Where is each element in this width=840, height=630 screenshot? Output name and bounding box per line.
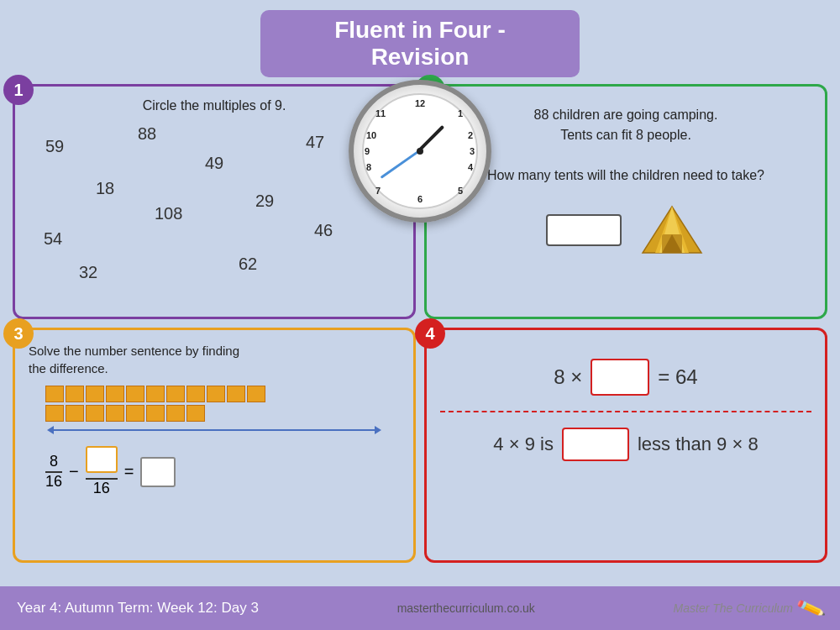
fraction-equation: 8 16 − 16 = — [45, 446, 400, 497]
badge-3: 3 — [3, 318, 34, 349]
arrow-line — [54, 429, 375, 431]
minus-sign: − — [69, 462, 79, 481]
equals-sign: = — [124, 462, 134, 481]
num-49: 49 — [205, 154, 223, 173]
minute-hand — [381, 150, 420, 179]
clock-2: 2 — [468, 130, 473, 140]
fraction-2: 16 — [86, 446, 118, 497]
clock-5: 5 — [458, 186, 463, 196]
num-29: 29 — [255, 192, 274, 211]
num-54: 54 — [44, 229, 62, 249]
clock-4: 4 — [468, 162, 473, 172]
q3-result-box[interactable] — [140, 457, 176, 487]
quadrant-3: 3 Solve the number sentence by finding t… — [13, 328, 416, 563]
arrow-right — [375, 426, 381, 434]
clock-3: 3 — [470, 146, 475, 156]
q4-top-answer-box[interactable] — [591, 359, 649, 396]
num-32: 32 — [79, 263, 97, 282]
tent-icon — [638, 202, 706, 257]
badge-1: 1 — [3, 75, 34, 105]
arrow-left — [47, 426, 54, 434]
fraction-1: 8 16 — [45, 453, 62, 491]
clock-6: 6 — [417, 194, 423, 204]
quadrant-4: 4 8 × = 64 4 × 9 is less than 9 × 8 — [424, 328, 827, 563]
q2-instruction: 88 children are going camping. Tents can… — [440, 105, 811, 186]
num-108: 108 — [155, 204, 182, 223]
fraction-bar-bottom — [45, 405, 383, 422]
q4-top-left: 8 × — [554, 365, 582, 389]
clock-12: 12 — [415, 98, 425, 108]
num-46: 46 — [314, 221, 333, 240]
num-59: 59 — [45, 137, 64, 156]
fraction-bar-top — [45, 386, 383, 402]
clock-8: 8 — [366, 162, 371, 172]
q4-divider — [440, 411, 811, 412]
q3-numerator-box[interactable] — [86, 446, 118, 473]
q3-instruction: Solve the number sentence by finding the… — [29, 342, 247, 377]
q2-answer-row — [440, 202, 811, 257]
footer-center: masterthecurriculum.co.uk — [397, 601, 535, 615]
clock: 12 1 2 3 4 5 6 7 8 9 10 11 — [349, 80, 491, 223]
q4-bottom-equation: 4 × 9 is less than 9 × 8 — [440, 428, 811, 461]
num-47: 47 — [306, 133, 324, 152]
q4-top-right: = 64 — [658, 365, 697, 389]
page-title: Fluent in Four - Revision — [286, 17, 554, 71]
num-88: 88 — [138, 124, 156, 144]
q4-bottom-answer-box[interactable] — [562, 428, 629, 461]
clock-7: 7 — [375, 186, 381, 196]
title-bar: Fluent in Four - Revision — [260, 10, 580, 77]
badge-4: 4 — [415, 318, 445, 349]
footer-left: Year 4: Autumn Term: Week 12: Day 3 — [17, 600, 259, 617]
clock-center — [417, 148, 423, 155]
q2-answer-box[interactable] — [546, 214, 622, 246]
clock-inner: 12 1 2 3 4 5 6 7 8 9 10 11 — [362, 93, 478, 209]
footer: Year 4: Autumn Term: Week 12: Day 3 mast… — [0, 586, 840, 630]
q1-instruction: Circle the multiples of 9. — [29, 98, 400, 113]
q4-top-equation: 8 × = 64 — [440, 359, 811, 396]
footer-right: Master The Curriculum — [674, 601, 793, 615]
pencil-icon: ✏️ — [795, 593, 827, 624]
clock-face: 12 1 2 3 4 5 6 7 8 9 10 11 — [349, 80, 491, 223]
clock-10: 10 — [366, 130, 376, 140]
num-62: 62 — [239, 255, 257, 274]
clock-11: 11 — [375, 108, 386, 118]
clock-9: 9 — [365, 146, 370, 156]
clock-1: 1 — [458, 108, 463, 118]
q4-bottom-left: 4 × 9 is — [493, 433, 554, 455]
q4-bottom-right: less than 9 × 8 — [638, 433, 759, 455]
num-18: 18 — [96, 179, 114, 198]
bar-arrow — [45, 426, 383, 434]
